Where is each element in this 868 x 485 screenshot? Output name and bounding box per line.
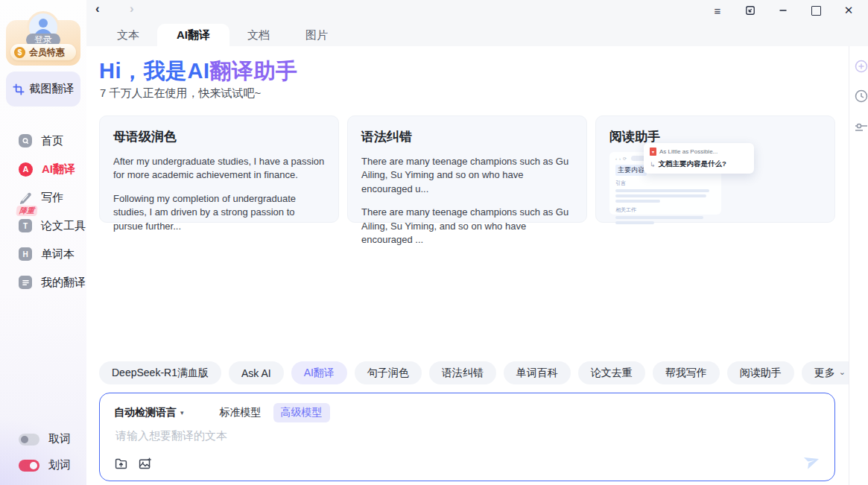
card-text: Following my completion of undergraduate… xyxy=(113,192,325,233)
card-reading-assistant[interactable]: 阅读助手 ‹›⟳ 主要内容 引言 相关工作 ▾ As Little as Pos… xyxy=(595,115,835,223)
vip-shield-icon: $ xyxy=(14,47,25,58)
mini-window-button[interactable] xyxy=(734,0,767,21)
reading-tooltip: ▾ As Little as Possible... ↳ 文档主要内容是什么? xyxy=(644,143,754,174)
forward-button[interactable]: › xyxy=(130,1,134,16)
card-title: 语法纠错 xyxy=(361,128,573,145)
paper-tools-badge: 降重 xyxy=(16,206,37,216)
upload-image-icon[interactable] xyxy=(138,457,152,471)
language-selector[interactable]: 自动检测语言 ▾ xyxy=(114,406,184,419)
history-icon[interactable] xyxy=(855,89,868,106)
card-grammar-check[interactable]: 语法纠错 There are many teenage champions su… xyxy=(347,115,587,223)
translate-input-box: 自动检测语言 ▾ 标准模型 高级模型 xyxy=(99,393,835,481)
title-bar: ‹ › ≡ ✕ 文本 AI翻译 文档 图片 xyxy=(86,0,868,46)
right-rail xyxy=(849,46,868,485)
page-title: Hi，我是AI翻译助手 xyxy=(99,57,298,86)
sidebar-item-my-translations[interactable]: 我的翻译 xyxy=(0,268,86,297)
pdf-icon: ▾ xyxy=(650,148,656,156)
tab-text[interactable]: 文本 xyxy=(99,24,157,46)
pen-icon xyxy=(19,191,32,204)
sidebar-item-ai-translate[interactable]: A AI翻译 xyxy=(0,155,86,183)
capture-word-label: 取词 xyxy=(48,432,71,446)
page-subtitle: 7 千万人正在使用，快来试试吧~ xyxy=(100,86,261,101)
model-standard-option[interactable]: 标准模型 xyxy=(220,406,262,419)
select-word-label: 划词 xyxy=(48,458,71,472)
sidebar-item-label: 论文工具 xyxy=(41,219,86,233)
my-translations-icon xyxy=(19,276,32,289)
chip-deepseek[interactable]: DeepSeek-R1满血版 xyxy=(99,361,221,384)
tab-image[interactable]: 图片 xyxy=(288,24,346,46)
upload-document-icon[interactable] xyxy=(114,457,128,471)
card-text: There are many teenage champions such as… xyxy=(361,155,573,196)
card-text: There are many teenage champions such as… xyxy=(361,206,573,247)
sidebar-nav: 首页 A AI翻译 写作 降重 T 论文工具 H 单词本 xyxy=(0,127,86,297)
paper-tool-icon: T xyxy=(19,219,32,232)
send-button[interactable] xyxy=(803,452,821,473)
sidebar-item-home[interactable]: 首页 xyxy=(0,127,86,155)
sidebar-item-label: 首页 xyxy=(41,134,63,148)
sidebar-item-label: 我的翻译 xyxy=(41,276,86,290)
chip-paper-dedup[interactable]: 论文去重 xyxy=(578,361,645,384)
back-button[interactable]: ‹ xyxy=(95,1,100,16)
maximize-button[interactable] xyxy=(799,0,832,21)
caret-down-icon: ▾ xyxy=(180,409,184,416)
model-advanced-option[interactable]: 高级模型 xyxy=(273,403,330,422)
collapse-handle-icon[interactable] xyxy=(855,121,868,137)
crop-icon xyxy=(13,83,25,95)
capture-word-toggle-row[interactable]: 取词 xyxy=(19,432,71,446)
select-word-toggle[interactable] xyxy=(19,460,39,472)
ai-circle-icon: A xyxy=(19,162,33,177)
preview-question: 文档主要内容是什么? xyxy=(659,159,726,169)
screenshot-translate-label: 截图翻译 xyxy=(30,82,75,96)
sidebar: 登录 $ 会员特惠 截图翻译 首页 A AI翻译 xyxy=(0,0,86,485)
quick-action-chips: DeepSeek-R1满血版 Ask AI AI翻译 句子润色 语法纠错 单词百… xyxy=(99,361,858,384)
preview-section-label: 主要内容 xyxy=(615,165,647,176)
translate-text-input[interactable] xyxy=(114,428,773,459)
tab-ai-translate[interactable]: AI翻译 xyxy=(157,24,229,46)
screenshot-translate-button[interactable]: 截图翻译 xyxy=(6,72,80,107)
home-search-icon xyxy=(19,134,32,148)
wordbook-icon: H xyxy=(19,247,32,261)
close-button[interactable]: ✕ xyxy=(832,0,865,21)
chip-grammar-check[interactable]: 语法纠错 xyxy=(429,361,496,384)
card-text: After my undergraduate studies, I have a… xyxy=(113,155,325,183)
sidebar-item-label: AI翻译 xyxy=(42,162,75,177)
chip-reading-assistant[interactable]: 阅读助手 xyxy=(727,361,794,384)
app-window: 登录 $ 会员特惠 截图翻译 首页 A AI翻译 xyxy=(0,0,868,485)
chip-sentence-polish[interactable]: 句子润色 xyxy=(355,361,422,384)
chip-ask-ai[interactable]: Ask AI xyxy=(229,361,284,384)
sidebar-item-label: 写作 xyxy=(41,191,63,205)
sidebar-item-wordbook[interactable]: H 单词本 xyxy=(0,240,86,268)
chip-ai-translate[interactable]: AI翻译 xyxy=(291,361,347,384)
sidebar-item-paper-tools[interactable]: 降重 T 论文工具 xyxy=(0,212,86,240)
vip-offer-button[interactable]: $ 会员特惠 xyxy=(10,44,76,60)
add-button[interactable] xyxy=(855,60,868,76)
preview-doc-title: As Little as Possible... xyxy=(659,148,717,155)
mode-tabs: 文本 AI翻译 文档 图片 xyxy=(99,24,346,46)
preview-line-label: 相关工作 xyxy=(615,206,715,214)
tab-document[interactable]: 文档 xyxy=(229,24,288,46)
chevron-down-icon: ⌄ xyxy=(839,367,846,377)
sidebar-item-writing[interactable]: 写作 xyxy=(0,183,86,212)
sidebar-item-label: 单词本 xyxy=(41,247,75,261)
select-word-toggle-row[interactable]: 划词 xyxy=(19,458,71,472)
window-controls: ≡ ✕ xyxy=(701,0,865,21)
preview-line-label: 引言 xyxy=(615,180,715,187)
capture-word-toggle[interactable] xyxy=(19,434,39,446)
chip-word-encyclopedia[interactable]: 单词百科 xyxy=(504,361,571,384)
menu-button[interactable]: ≡ xyxy=(701,0,734,21)
avatar-person-icon xyxy=(39,19,48,28)
card-native-polish[interactable]: 母语级润色 After my undergraduate studies, I … xyxy=(99,115,339,223)
card-title: 母语级润色 xyxy=(113,128,325,145)
chip-help-write[interactable]: 帮我写作 xyxy=(653,361,720,384)
feature-cards: 母语级润色 After my undergraduate studies, I … xyxy=(99,115,835,223)
vip-offer-label: 会员特惠 xyxy=(29,46,65,59)
minimize-button[interactable] xyxy=(767,0,799,21)
reply-arrow-icon: ↳ xyxy=(650,161,656,168)
